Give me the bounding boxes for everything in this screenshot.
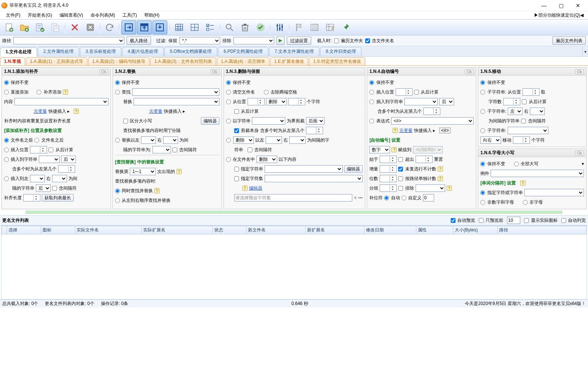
p3-right-combo[interactable] bbox=[289, 136, 306, 144]
col-moddate[interactable]: 修改日期 bbox=[364, 226, 416, 234]
p4-digits-spin[interactable]: 1▲▼ bbox=[380, 175, 397, 182]
p6-nonletter[interactable]: 非字母 bbox=[523, 199, 543, 206]
p4-exceed[interactable]: 超出 bbox=[398, 156, 414, 163]
p3-by-str[interactable]: 以字符串 bbox=[226, 118, 251, 124]
subtab-ext[interactable]: 1.E.扩展名修改 bbox=[270, 57, 308, 65]
p3-multi-spin[interactable]: 1▲▼ bbox=[306, 127, 323, 134]
undo-icon[interactable] bbox=[102, 20, 117, 34]
col-realname[interactable]: 实际文件名 bbox=[75, 226, 141, 234]
menu-help[interactable]: 帮助(H) bbox=[141, 11, 163, 19]
grid1-icon[interactable] bbox=[172, 20, 187, 34]
p1-keep[interactable]: 保持不变 bbox=[4, 79, 28, 86]
delete-icon[interactable] bbox=[67, 20, 82, 34]
p4-inc-spin[interactable]: 1▲▼ bbox=[380, 165, 397, 173]
menu-file[interactable]: 文件(F) bbox=[2, 11, 24, 19]
p3-spec-str[interactable]: 指定字符串 bbox=[234, 166, 263, 172]
p3-clear[interactable]: 清空文件名 bbox=[226, 89, 255, 95]
p3-trim-self[interactable]: 剪裁本身 bbox=[234, 128, 259, 134]
path-combo[interactable] bbox=[13, 37, 124, 44]
p1-content-combo[interactable] bbox=[14, 98, 108, 105]
sliders-icon[interactable] bbox=[272, 20, 287, 34]
chk-previewfirst[interactable]: 只预览前 bbox=[479, 217, 503, 224]
p5-substr1[interactable]: 子字符串: bbox=[480, 89, 506, 95]
p2-replace-combo[interactable] bbox=[134, 98, 219, 105]
p1-ok[interactable]: Ok bbox=[100, 69, 108, 74]
subtab-normal[interactable]: 1.N.常规 bbox=[0, 57, 25, 65]
p4-exceed-spin[interactable]: 8▲▼ bbox=[416, 156, 433, 163]
p5-toright-sel[interactable]: 向右 bbox=[480, 136, 501, 144]
trash-icon[interactable] bbox=[238, 20, 252, 34]
p4-start-spin[interactable]: 1▲▼ bbox=[380, 156, 397, 163]
p3-del-sel3[interactable]: 删除 bbox=[256, 156, 277, 163]
p3-in-filename[interactable]: 在文件名中 bbox=[226, 156, 255, 163]
col-newext[interactable]: 新扩展名 bbox=[306, 226, 364, 234]
p3-editor2[interactable]: 编辑器 bbox=[249, 185, 262, 191]
col-newname[interactable]: 新文件名 bbox=[246, 226, 306, 234]
p1-padlen-spin[interactable]: 8▲▼ bbox=[23, 194, 40, 201]
p1-insert-pos[interactable]: 插入位置 bbox=[4, 147, 28, 153]
chk-showrealicon[interactable]: 显示实际图标 bbox=[524, 217, 557, 224]
import-up-icon[interactable] bbox=[137, 20, 152, 34]
table-settings-icon[interactable] bbox=[323, 20, 337, 34]
p6-spec[interactable]: 指定字符或字符串 bbox=[480, 190, 523, 196]
p5-move-spin[interactable]: 1▲▼ bbox=[513, 136, 530, 144]
search-icon[interactable] bbox=[222, 20, 237, 34]
help-icon[interactable]: ? bbox=[447, 186, 452, 191]
p1-getmax-btn[interactable]: 获取列表最长 bbox=[42, 194, 74, 201]
p5-substr2[interactable]: 子字符串: bbox=[480, 108, 506, 115]
p3-from-pos[interactable]: 从位置 bbox=[226, 99, 246, 105]
subtab-adv1[interactable]: 1.A.高级(1)：正则表达式等 bbox=[26, 57, 87, 65]
p1-before-name[interactable]: 文件名之前 bbox=[4, 137, 33, 143]
p2-right-combo[interactable] bbox=[163, 136, 178, 144]
p4-keep[interactable]: 保持不变 bbox=[369, 79, 394, 86]
open-folder-icon[interactable] bbox=[17, 20, 32, 34]
p3-str-combo[interactable] bbox=[252, 117, 285, 125]
p2-find[interactable]: 查找 bbox=[115, 89, 131, 95]
p1-tostr-combo[interactable] bbox=[39, 156, 60, 163]
subtab-adv2[interactable]: 1.A.高级(2)：编码与转换等 bbox=[88, 57, 149, 65]
p4-expr[interactable]: 表达式 bbox=[369, 118, 389, 124]
p6-except-combo[interactable] bbox=[491, 170, 584, 177]
col-status[interactable]: 状态 bbox=[212, 226, 246, 234]
p4-norecount[interactable]: 未复选行不计数 bbox=[398, 166, 436, 172]
quick-locate[interactable]: ▶部分功能快速定位(Q)◀ bbox=[534, 12, 586, 18]
p4-exclude[interactable]: 排除 bbox=[398, 185, 414, 191]
p3-withsep[interactable]: 含间隔符 bbox=[248, 147, 272, 153]
p5-keep[interactable]: 保持不变 bbox=[480, 79, 505, 86]
p4-bypath[interactable]: 按路径单独计数 bbox=[398, 176, 436, 182]
p6-nondigit[interactable]: 非数字和字母 bbox=[480, 199, 514, 206]
help-icon[interactable]: ? bbox=[177, 169, 182, 174]
p1-after-name[interactable]: 文件名之后 bbox=[34, 137, 63, 143]
help-icon[interactable]: ? bbox=[392, 147, 397, 152]
p4-ok[interactable]: Ok bbox=[465, 69, 474, 74]
p1-quickins[interactable]: 快捷插入 ▸ bbox=[48, 108, 70, 115]
p5-sub3-combo[interactable] bbox=[508, 127, 548, 134]
filter-exclude-combo[interactable] bbox=[233, 37, 274, 44]
subtab-adv4[interactable]: 1.A.高级(4)：语言脚本 bbox=[217, 57, 269, 65]
menu-start-rename[interactable]: 开始更名(G) bbox=[24, 11, 56, 19]
p4-multi-spin[interactable]: 1▲▼ bbox=[423, 108, 440, 115]
chk-autopreview[interactable]: 自动预览 bbox=[451, 217, 475, 224]
chk-autocolwidth[interactable]: 自动列宽 bbox=[561, 217, 586, 224]
p1-metavar-link[interactable]: 元变量 bbox=[34, 108, 47, 115]
p4-numtype-sel[interactable]: 数字 bbox=[369, 146, 390, 153]
p4-quickins[interactable]: 快捷插入 ▸ bbox=[414, 128, 435, 134]
p4-after-sel[interactable]: 后 bbox=[439, 98, 454, 105]
import-right-icon[interactable] bbox=[121, 20, 136, 34]
p3-charset-combo[interactable] bbox=[265, 175, 363, 182]
import-down-icon[interactable] bbox=[152, 20, 167, 34]
p3-preset-more[interactable]: ⋯ bbox=[358, 195, 363, 200]
tab-name-process[interactable]: 1.文件名处理 bbox=[0, 47, 37, 57]
p2-find-combo[interactable] bbox=[132, 88, 219, 96]
subtab-special[interactable]: 1.S.特定类型文件名修改 bbox=[309, 57, 365, 65]
p4-auto[interactable]: 自动 bbox=[384, 195, 400, 201]
new-file-icon[interactable] bbox=[1, 20, 16, 34]
p1-insert-to-left[interactable]: 插入到左 bbox=[4, 176, 28, 182]
col-icon[interactable]: 图标 bbox=[41, 226, 75, 234]
tab-textfile[interactable]: 7.文本文件属性处理 bbox=[269, 47, 319, 56]
list-copy-icon[interactable] bbox=[48, 20, 63, 34]
p1-left-combo[interactable] bbox=[30, 175, 45, 182]
minimize-button[interactable]: — bbox=[535, 0, 552, 11]
p5-withsep[interactable]: 含间隔符 bbox=[521, 118, 545, 124]
p1-pad[interactable]: 补齐添加 bbox=[37, 89, 61, 95]
